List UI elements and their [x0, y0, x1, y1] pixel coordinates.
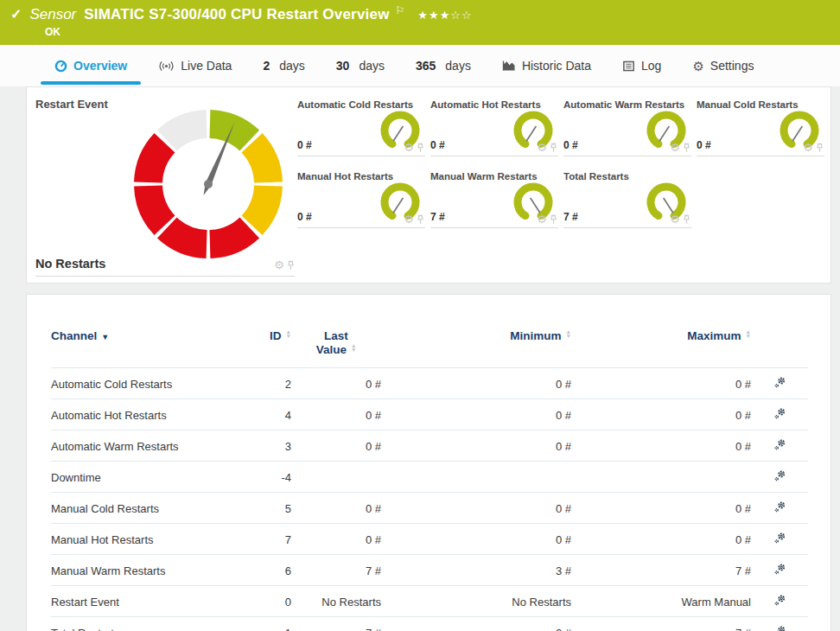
column-header-channel[interactable]: Channel▼: [51, 329, 239, 368]
cell-channel: Manual Hot Restarts: [51, 524, 239, 555]
channel-settings-button[interactable]: [773, 500, 786, 516]
main-gauge-footer: No Restarts ⚙: [35, 257, 295, 277]
tab-prefix: 365: [416, 59, 436, 73]
tab-overview[interactable]: Overview: [39, 45, 143, 86]
mini-gauge-cell: Manual Cold Restarts0 #⚙: [697, 94, 824, 156]
table-row: Automatic Warm Restarts30 #0 #0 #: [51, 430, 808, 462]
cell-channel: Total Restarts: [51, 617, 239, 631]
tab-2-days[interactable]: 2days: [247, 45, 320, 86]
mini-gauge-grid: Automatic Cold Restarts0 #⚙Automatic Hot…: [297, 94, 824, 228]
column-header-label: Maximum: [687, 329, 741, 342]
mini-gauge-cell: Manual Hot Restarts0 #⚙: [297, 166, 425, 228]
pin-icon[interactable]: [417, 214, 424, 225]
pin-icon[interactable]: [683, 214, 690, 225]
tab-log[interactable]: Log: [607, 45, 677, 86]
column-header-label: ID: [270, 329, 282, 342]
pin-icon[interactable]: [683, 143, 690, 153]
column-header-label: Last Value: [316, 329, 348, 356]
column-header-id[interactable]: ID▲▼: [239, 329, 291, 368]
channel-settings-icon: [773, 500, 786, 513]
cell-maximum: 7 #: [571, 617, 751, 631]
tab-label: Historic Data: [522, 59, 591, 73]
cell-id: 5: [239, 493, 291, 524]
channel-settings-button[interactable]: [773, 625, 786, 631]
column-header-maximum[interactable]: Maximum▲▼: [571, 329, 751, 368]
content-area: Restart Event No Restarts ⚙ Automatic Co…: [0, 86, 840, 631]
cell-last-value: 0 #: [291, 399, 381, 430]
mini-gauge-cell: Automatic Cold Restarts0 #⚙: [297, 94, 425, 156]
cell-minimum: 3 #: [381, 617, 571, 631]
sort-toggle-icon[interactable]: ▲▼: [566, 329, 571, 338]
table-row: Automatic Hot Restarts40 #0 #0 #: [51, 399, 808, 430]
sort-toggle-icon[interactable]: ▲▼: [286, 329, 291, 338]
gear-icon[interactable]: ⚙: [803, 142, 813, 153]
column-header-minimum[interactable]: Minimum▲▼: [381, 329, 571, 368]
cell-id: 2: [239, 368, 291, 399]
gauges-panel: Restart Event No Restarts ⚙ Automatic Co…: [26, 86, 831, 284]
mini-gauge-value: 0 #: [297, 211, 312, 223]
gear-icon[interactable]: ⚙: [274, 259, 284, 271]
pin-icon[interactable]: [417, 143, 424, 153]
gear-icon[interactable]: ⚙: [537, 142, 547, 153]
cell-id: 3: [239, 430, 291, 462]
main-gauge-value: No Restarts: [35, 257, 105, 271]
tab-prefix: 2: [263, 59, 270, 73]
gear-icon[interactable]: ⚙: [537, 214, 547, 225]
restart-event-gauge[interactable]: [132, 108, 284, 260]
gear-icon[interactable]: ⚙: [670, 214, 680, 225]
channel-settings-icon: [773, 625, 786, 631]
channel-settings-button[interactable]: [773, 438, 786, 454]
cell-maximum: 0 #: [571, 399, 751, 430]
tab-settings[interactable]: ⚙Settings: [677, 45, 769, 86]
tab-live-data[interactable]: Live Data: [143, 45, 247, 86]
tab-30-days[interactable]: 30days: [321, 45, 400, 86]
cell-id: 4: [239, 399, 291, 430]
column-header-label: Channel: [51, 329, 97, 342]
gauge-cell-icons: ⚙: [537, 214, 557, 225]
channel-settings-icon: [773, 532, 786, 545]
channel-settings-button[interactable]: [773, 532, 786, 547]
channel-settings-button[interactable]: [773, 376, 786, 392]
tab-label: Settings: [710, 59, 754, 73]
channel-settings-button[interactable]: [773, 594, 786, 609]
cell-maximum: 0 #: [571, 524, 751, 555]
sort-toggle-icon[interactable]: ▲▼: [351, 343, 356, 352]
tab-historic-data[interactable]: Historic Data: [487, 45, 607, 86]
pin-icon[interactable]: [550, 214, 557, 225]
gear-icon[interactable]: ⚙: [404, 214, 414, 225]
mini-gauge-cell: Automatic Warm Restarts0 #⚙: [563, 94, 691, 156]
table-row: Total Restarts17 #3 #7 #: [51, 617, 808, 631]
table-row: Automatic Cold Restarts20 #0 #0 #: [51, 368, 808, 399]
cell-id: 1: [239, 617, 291, 631]
gear-icon[interactable]: ⚙: [404, 142, 414, 153]
table-row: Restart Event0No RestartsNo RestartsWarm…: [51, 586, 808, 617]
star-rating[interactable]: ★★★☆☆: [417, 9, 472, 22]
cell-last-value: 0 #: [291, 430, 381, 462]
cell-last-value: 0 #: [291, 493, 381, 524]
cell-last-value: 0 #: [291, 524, 381, 555]
gear-icon[interactable]: ⚙: [670, 142, 680, 153]
sort-toggle-icon[interactable]: ▲▼: [746, 329, 751, 338]
channel-settings-button[interactable]: [773, 469, 786, 485]
pin-icon[interactable]: [287, 260, 295, 271]
tab-label: days: [279, 59, 305, 73]
channel-settings-button[interactable]: [773, 407, 786, 423]
tab-365-days[interactable]: 365days: [400, 45, 487, 86]
cell-id: 7: [239, 524, 291, 555]
sort-desc-icon[interactable]: ▼: [101, 333, 109, 341]
column-header-last-value[interactable]: Last Value▲▼: [291, 329, 381, 368]
gauge-cell-icons: ⚙: [537, 142, 557, 153]
table-row: Manual Hot Restarts70 #0 #0 #: [51, 524, 808, 555]
gauge-cell-icons: ⚙: [404, 142, 424, 153]
channel-settings-button[interactable]: [773, 563, 786, 578]
cell-last-value: No Restarts: [291, 586, 381, 617]
channel-settings-icon: [773, 407, 786, 420]
main-gauge-title: Restart Event: [35, 98, 108, 111]
flag-icon[interactable]: ⚐: [396, 4, 405, 16]
pin-icon[interactable]: [816, 143, 824, 153]
cell-channel: Manual Cold Restarts: [51, 493, 239, 524]
mini-gauge-cell: Total Restarts7 #⚙: [563, 166, 691, 228]
pin-icon[interactable]: [550, 143, 557, 153]
gauge-cell-icons: ⚙: [670, 214, 690, 225]
mini-gauge-value: 0 #: [297, 139, 312, 151]
